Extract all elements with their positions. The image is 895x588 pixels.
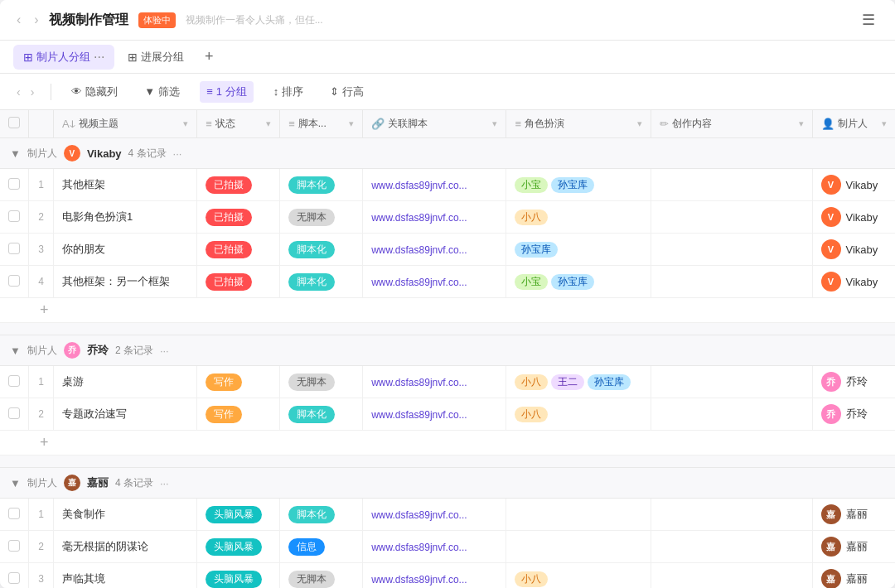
add-row-cell[interactable]: + xyxy=(0,298,895,323)
row-roles[interactable]: 小八 xyxy=(506,398,651,431)
link-anchor[interactable]: www.dsfas89jnvf.co... xyxy=(371,409,467,421)
th-script-filter[interactable]: ▾ xyxy=(349,118,354,129)
row-checkbox[interactable] xyxy=(8,243,20,254)
row-status[interactable]: 写作 xyxy=(197,398,280,431)
link-anchor[interactable]: www.dsfas89jnvf.co... xyxy=(371,574,467,586)
tab-progress-group[interactable]: ⊞ 进展分组 xyxy=(118,45,194,70)
th-link-filter[interactable]: ▾ xyxy=(492,118,497,129)
th-status-filter[interactable]: ▾ xyxy=(266,118,271,129)
row-title[interactable]: 毫无根据的阴谋论 xyxy=(54,531,197,563)
row-link[interactable]: www.dsfas89jnvf.co... xyxy=(363,366,506,398)
link-anchor[interactable]: www.dsfas89jnvf.co... xyxy=(371,244,467,256)
group-more[interactable]: ··· xyxy=(173,147,182,160)
add-row[interactable]: + xyxy=(0,431,895,455)
th-content-filter[interactable]: ▾ xyxy=(799,118,804,129)
row-producer[interactable]: V Vikaby xyxy=(812,201,895,234)
th-role[interactable]: ≡ 角色扮演 ▾ xyxy=(506,110,651,138)
tab-add-button[interactable]: + xyxy=(197,46,220,69)
row-content[interactable] xyxy=(651,201,812,234)
row-producer[interactable]: 嘉 嘉丽 xyxy=(812,563,895,589)
link-anchor[interactable]: www.dsfas89jnvf.co... xyxy=(371,377,467,388)
row-script[interactable]: 脚本化 xyxy=(280,266,363,298)
row-link[interactable]: www.dsfas89jnvf.co... xyxy=(363,563,506,589)
row-script[interactable]: 脚本化 xyxy=(280,169,363,201)
row-script[interactable]: 脚本化 xyxy=(280,234,363,266)
row-roles[interactable]: 孙宝库 xyxy=(506,234,651,266)
link-anchor[interactable]: www.dsfas89jnvf.co... xyxy=(371,212,467,224)
row-checkbox[interactable] xyxy=(8,540,20,552)
group-more[interactable]: ··· xyxy=(160,345,169,357)
group-more[interactable]: ··· xyxy=(160,477,169,489)
group-expand-icon[interactable]: ▼ xyxy=(10,345,21,357)
row-checkbox[interactable] xyxy=(8,275,20,287)
th-checkbox[interactable] xyxy=(0,110,29,138)
th-title-filter[interactable]: ▾ xyxy=(183,118,188,129)
row-content[interactable] xyxy=(651,499,812,531)
th-status[interactable]: ≡ 状态 ▾ xyxy=(197,110,280,138)
row-content[interactable] xyxy=(651,234,812,266)
row-status[interactable]: 已拍摄 xyxy=(197,201,280,234)
row-link[interactable]: www.dsfas89jnvf.co... xyxy=(363,234,506,266)
row-roles[interactable] xyxy=(506,531,651,563)
row-link[interactable]: www.dsfas89jnvf.co... xyxy=(363,266,506,298)
row-script[interactable]: 信息 xyxy=(280,531,363,563)
add-row[interactable]: + xyxy=(0,298,895,323)
row-content[interactable] xyxy=(651,366,812,398)
row-roles[interactable]: 小宝孙宝库 xyxy=(506,266,651,298)
row-content[interactable] xyxy=(651,563,812,589)
group-expand-icon[interactable]: ▼ xyxy=(10,147,21,160)
th-role-filter[interactable]: ▾ xyxy=(637,118,642,129)
group-expand-icon[interactable]: ▼ xyxy=(10,477,21,489)
menu-button[interactable]: ☰ xyxy=(855,7,882,33)
row-title[interactable]: 其他框架 xyxy=(54,169,197,201)
row-roles[interactable]: 小八 xyxy=(506,201,651,234)
row-link[interactable]: www.dsfas89jnvf.co... xyxy=(363,398,506,431)
add-row-cell[interactable]: + xyxy=(0,431,895,455)
back-arrow[interactable]: ‹ xyxy=(13,9,24,31)
forward-arrow[interactable]: › xyxy=(31,9,41,31)
row-checkbox[interactable] xyxy=(8,178,20,190)
row-producer[interactable]: V Vikaby xyxy=(812,234,895,266)
row-status[interactable]: 已拍摄 xyxy=(197,266,280,298)
hide-col-button[interactable]: 👁 隐藏列 xyxy=(65,81,124,103)
row-status[interactable]: 头脑风暴 xyxy=(197,499,280,531)
row-script[interactable]: 无脚本 xyxy=(280,201,363,234)
row-producer[interactable]: V Vikaby xyxy=(812,169,895,201)
th-content[interactable]: ✏ 创作内容 ▾ xyxy=(651,110,812,138)
row-status[interactable]: 写作 xyxy=(197,366,280,398)
row-script[interactable]: 脚本化 xyxy=(280,398,363,431)
th-link[interactable]: 🔗 关联脚本 ▾ xyxy=(363,110,506,138)
row-checkbox[interactable] xyxy=(8,375,20,387)
row-script[interactable]: 无脚本 xyxy=(280,563,363,589)
row-title[interactable]: 其他框架：另一个框架 xyxy=(54,266,197,298)
row-producer[interactable]: 乔 乔玲 xyxy=(812,398,895,431)
th-title[interactable]: Aↆ 视频主题 ▾ xyxy=(54,110,197,138)
toolbar-nav-fwd[interactable]: › xyxy=(27,82,38,102)
th-producer[interactable]: 👤 制片人 ▾ xyxy=(812,110,895,138)
th-script[interactable]: ≡ 脚本... ▾ xyxy=(280,110,363,138)
row-producer[interactable]: 乔 乔玲 xyxy=(812,366,895,398)
row-status[interactable]: 头脑风暴 xyxy=(197,531,280,563)
row-checkbox[interactable] xyxy=(8,508,20,519)
link-anchor[interactable]: www.dsfas89jnvf.co... xyxy=(371,509,467,521)
row-checkbox[interactable] xyxy=(8,572,20,584)
row-roles[interactable]: 小八王二孙宝库 xyxy=(506,366,651,398)
toolbar-nav-back[interactable]: ‹ xyxy=(13,82,24,102)
row-script[interactable]: 脚本化 xyxy=(280,499,363,531)
tab-more-1[interactable]: ··· xyxy=(94,50,104,65)
row-checkbox[interactable] xyxy=(8,210,20,222)
row-content[interactable] xyxy=(651,169,812,201)
row-link[interactable]: www.dsfas89jnvf.co... xyxy=(363,169,506,201)
row-content[interactable] xyxy=(651,398,812,431)
th-producer-filter[interactable]: ▾ xyxy=(882,118,887,129)
row-status[interactable]: 已拍摄 xyxy=(197,169,280,201)
row-status[interactable]: 头脑风暴 xyxy=(197,563,280,589)
row-link[interactable]: www.dsfas89jnvf.co... xyxy=(363,201,506,234)
row-content[interactable] xyxy=(651,531,812,563)
row-producer[interactable]: 嘉 嘉丽 xyxy=(812,499,895,531)
row-title[interactable]: 声临其境 xyxy=(54,563,197,589)
row-link[interactable]: www.dsfas89jnvf.co... xyxy=(363,499,506,531)
row-title[interactable]: 专题政治速写 xyxy=(54,398,197,431)
filter-button[interactable]: ▼ 筛选 xyxy=(138,81,186,103)
link-anchor[interactable]: www.dsfas89jnvf.co... xyxy=(371,180,467,191)
